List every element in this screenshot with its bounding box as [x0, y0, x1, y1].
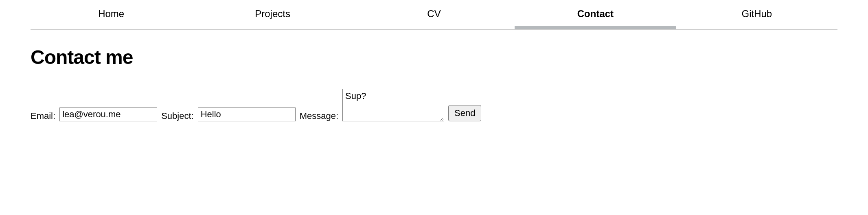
nav-item-projects[interactable]: Projects [192, 0, 353, 29]
message-textarea[interactable] [342, 89, 444, 121]
main-nav: Home Projects CV Contact GitHub [31, 0, 837, 30]
nav-item-home[interactable]: Home [31, 0, 192, 29]
nav-item-contact[interactable]: Contact [515, 0, 676, 29]
email-input[interactable] [59, 108, 157, 121]
contact-form: Email: Subject: Message: Send [31, 89, 837, 121]
nav-item-github[interactable]: GitHub [676, 0, 837, 29]
message-label: Message: [300, 111, 338, 121]
page-heading: Contact me [31, 46, 837, 68]
send-button[interactable]: Send [448, 105, 481, 121]
nav-item-cv[interactable]: CV [353, 0, 515, 29]
email-label: Email: [31, 111, 55, 121]
content-area: Contact me Email: Subject: Message: Send [0, 30, 868, 138]
subject-label: Subject: [161, 111, 194, 121]
subject-input[interactable] [198, 108, 296, 121]
